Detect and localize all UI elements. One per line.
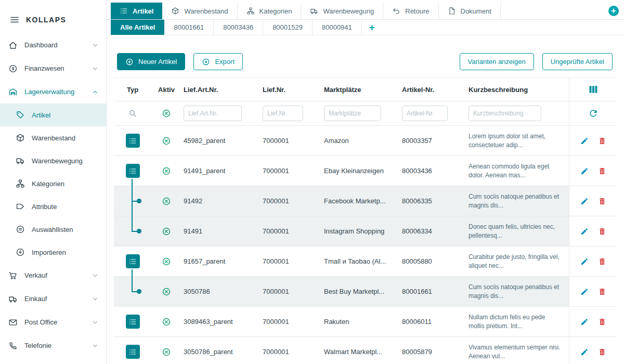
delete-icon[interactable] — [598, 167, 606, 175]
delete-icon[interactable] — [598, 227, 606, 236]
article-type-icon[interactable] — [126, 315, 140, 329]
edit-icon[interactable] — [580, 137, 589, 145]
delete-icon[interactable] — [598, 288, 606, 296]
export-button[interactable]: Export — [193, 53, 243, 70]
artikel-nr-cell: 80003357 — [400, 137, 466, 145]
sidebar-item-warenbewegung[interactable]: Warenbewegung — [0, 149, 106, 172]
edit-icon[interactable] — [580, 257, 589, 266]
table-row[interactable]: 91657_parent 7000001 Tmall и Taobao (Al.… — [114, 246, 617, 277]
sidebar-item-artikel[interactable]: Artikel — [0, 103, 106, 126]
sidebar-item-warenbestand[interactable]: Warenbestand — [0, 126, 106, 149]
return-icon — [392, 7, 400, 15]
sidebar-item-label: Auswahllisten — [32, 226, 73, 233]
unverified-articles-button[interactable]: Ungeprüfte Artikel — [542, 53, 613, 70]
tab-retoure[interactable]: Retoure — [383, 3, 438, 19]
cart-icon — [8, 271, 18, 280]
delete-icon[interactable] — [598, 318, 606, 326]
filter-lief-art-nr-input[interactable] — [184, 106, 242, 121]
filter-kurzbeschreibung-input[interactable] — [469, 106, 541, 121]
tree-connector — [132, 216, 133, 231]
active-filter-icon[interactable] — [162, 109, 171, 118]
list-icon — [128, 167, 137, 175]
article-tab-bar: Alle Artikel 80001661 80003436 80001529 … — [107, 20, 624, 35]
list-icon — [128, 348, 137, 356]
lief-nr-cell: 7000001 — [261, 348, 322, 356]
delete-icon[interactable] — [598, 137, 606, 145]
table-row[interactable]: 3050786_parent 7000001 Walmart Marketpl.… — [114, 337, 617, 364]
table-row[interactable]: 45982_parent 7000001 Amazon 80003357 Lor… — [114, 126, 617, 156]
sidebar-item-lagerverwaltung[interactable]: Lagerverwaltung — [0, 80, 106, 103]
article-type-icon[interactable] — [126, 134, 140, 148]
sidebar-item-label: Importieren — [32, 249, 66, 256]
chevron-down-icon — [92, 42, 99, 49]
edit-icon[interactable] — [580, 318, 589, 326]
lief-art-nr-cell: 91492 — [181, 197, 261, 205]
filter-lief-nr-input[interactable] — [263, 106, 303, 121]
tab-kategorien[interactable]: Kategorien — [238, 3, 302, 19]
subtab-alle-artikel[interactable]: Alle Artikel — [111, 20, 164, 35]
table-row[interactable]: 91491 7000001 Instagram Shopping 8000633… — [114, 216, 617, 246]
sidebar-item-label: Artikel — [32, 111, 50, 119]
sidebar-item-auswahllisten[interactable]: Auswahllisten — [0, 218, 106, 241]
article-type-icon[interactable] — [126, 345, 140, 359]
marktplatz-cell: Ebay Kleinanzeigen — [322, 167, 400, 175]
sidebar-item-einkauf[interactable]: Einkauf — [0, 287, 106, 310]
edit-icon[interactable] — [580, 167, 589, 175]
chevron-down-icon — [92, 65, 99, 72]
sidebar-item-verkauf[interactable]: Verkauf — [0, 264, 106, 287]
warehouse-icon — [8, 87, 18, 97]
label-icon — [16, 202, 25, 211]
new-article-button[interactable]: Neuer Artikel — [117, 53, 185, 70]
kurzbeschreibung-cell: Cum sociis natoque penatibus et magnis d… — [466, 279, 569, 305]
sidebar-item-attribute[interactable]: Attribute — [0, 195, 106, 218]
header-lief-art-nr: Lief.Art.Nr. — [181, 86, 261, 94]
add-subtab-icon[interactable]: + — [362, 20, 382, 35]
artikel-nr-cell: 80005880 — [400, 257, 466, 265]
edit-icon[interactable] — [580, 227, 589, 236]
tab-label: Artikel — [133, 7, 153, 15]
sidebar-item-post-office[interactable]: Post Office — [0, 310, 106, 334]
sidebar-item-telefonie[interactable]: Telefonie — [0, 334, 106, 357]
table-row[interactable]: 91492 7000001 Facebook Marketp... 800063… — [114, 186, 617, 216]
sidebar-item-finanzwesen[interactable]: Finanzwesen — [0, 57, 106, 80]
subtab-article[interactable]: 80001529 — [263, 20, 313, 35]
kurzbeschreibung-cell: Donec quam felis, ultricies nec, pellent… — [466, 218, 569, 244]
delete-icon[interactable] — [598, 197, 606, 205]
sidebar-item-dashboard[interactable]: Dashboard — [0, 33, 106, 57]
edit-icon[interactable] — [580, 197, 589, 205]
tree-node-dot — [137, 229, 141, 233]
tab-dokument[interactable]: Dokument — [439, 3, 501, 19]
subtab-article[interactable]: 80001661 — [164, 20, 214, 35]
table-row[interactable]: 3050786 7000001 Best Buy Marketpl... 800… — [114, 277, 617, 307]
filter-artikel-nr-input[interactable] — [402, 106, 448, 121]
lief-art-nr-cell: 45982_parent — [181, 137, 261, 145]
delete-icon[interactable] — [598, 348, 606, 356]
header-marktplaetze: Marktplätze — [322, 86, 400, 94]
lief-nr-cell: 7000001 — [261, 257, 322, 265]
document-icon — [448, 7, 456, 15]
table-row[interactable]: 91491_parent 7000001 Ebay Kleinanzeigen … — [114, 156, 617, 186]
header-aktiv: Aktiv — [151, 86, 181, 94]
edit-icon[interactable] — [580, 288, 589, 296]
tab-warenbestand[interactable]: Warenbestand — [162, 3, 237, 19]
sitemap-icon — [246, 7, 255, 15]
columns-icon[interactable] — [588, 84, 599, 95]
tab-artikel[interactable]: Artikel — [111, 3, 162, 19]
delete-icon[interactable] — [598, 257, 606, 266]
logo-row: KOLLAPS — [0, 0, 106, 33]
filter-marktplaetze-input[interactable] — [324, 106, 381, 121]
refresh-icon[interactable] — [588, 108, 599, 119]
sidebar-item-kategorien[interactable]: Kategorien — [0, 172, 106, 195]
tab-warenbewegung[interactable]: Warenbewegung — [301, 3, 383, 19]
article-type-icon[interactable] — [126, 254, 140, 268]
sidebar-item-importieren[interactable]: Importieren — [0, 241, 106, 264]
show-variants-button[interactable]: Varianten anzeigen — [460, 53, 534, 70]
table-row[interactable]: 3089463_parent 7000001 Rakuten 80006011 … — [114, 307, 617, 337]
article-type-icon[interactable] — [126, 164, 140, 178]
add-tab-icon[interactable]: + — [608, 6, 619, 16]
subtab-article[interactable]: 80000941 — [313, 20, 362, 35]
menu-icon[interactable] — [9, 15, 20, 25]
subtab-article[interactable]: 80003436 — [214, 20, 263, 35]
edit-icon[interactable] — [580, 348, 589, 356]
search-icon[interactable] — [128, 109, 137, 118]
